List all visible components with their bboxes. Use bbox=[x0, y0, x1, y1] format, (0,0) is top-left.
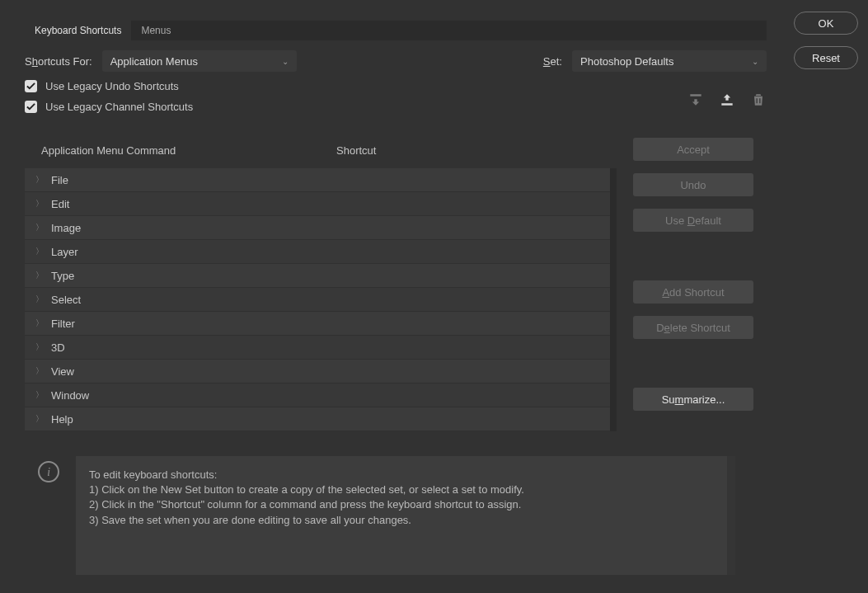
chevron-down-icon: ⌄ bbox=[752, 57, 758, 66]
chevron-right-icon: 〉 bbox=[33, 413, 46, 425]
menu-item-label: Image bbox=[51, 222, 81, 234]
delete-shortcut-button[interactable]: Delete Shortcut bbox=[633, 316, 753, 339]
chevron-right-icon: 〉 bbox=[33, 174, 46, 186]
table-row[interactable]: 〉3D bbox=[25, 336, 610, 360]
menu-item-label: Edit bbox=[51, 198, 69, 210]
scrollbar[interactable] bbox=[610, 168, 617, 431]
table-header: Application Menu Command Shortcut bbox=[25, 138, 610, 168]
menu-item-label: Filter bbox=[51, 318, 75, 330]
set-select[interactable]: Photoshop Defaults ⌄ bbox=[572, 50, 767, 72]
accept-button[interactable]: Accept bbox=[633, 138, 753, 161]
ok-button[interactable]: OK bbox=[794, 12, 858, 35]
chevron-right-icon: 〉 bbox=[33, 198, 46, 209]
set-value: Photoshop Defaults bbox=[580, 55, 673, 68]
column-command: Application Menu Command bbox=[41, 144, 336, 157]
menu-item-label: Window bbox=[51, 389, 89, 402]
tab-bar: Keyboard Shortcuts Menus bbox=[25, 21, 767, 40]
chevron-right-icon: 〉 bbox=[33, 365, 46, 377]
tab-menus[interactable]: Menus bbox=[131, 21, 181, 40]
tab-menus-label: Menus bbox=[141, 25, 171, 36]
legacy-undo-checkbox[interactable] bbox=[25, 80, 37, 92]
info-line: 2) Click in the "Shortcut" column for a … bbox=[89, 497, 714, 512]
check-icon bbox=[26, 102, 35, 111]
chevron-down-icon: ⌄ bbox=[282, 57, 289, 66]
summarize-button[interactable]: Summarize... bbox=[633, 388, 753, 411]
shortcut-table: Application Menu Command Shortcut 〉File〉… bbox=[25, 138, 610, 431]
table-row[interactable]: 〉File bbox=[25, 168, 610, 192]
table-row[interactable]: 〉Layer bbox=[25, 240, 610, 264]
shortcuts-for-value: Application Menus bbox=[110, 55, 198, 68]
accept-label: Accept bbox=[677, 144, 710, 156]
menu-item-label: File bbox=[51, 174, 68, 186]
legacy-undo-label: Use Legacy Undo Shortcuts bbox=[45, 80, 179, 92]
menu-item-label: Help bbox=[51, 413, 73, 426]
tab-keyboard-shortcuts-label: Keyboard Shortcuts bbox=[35, 25, 121, 36]
reset-button[interactable]: Reset bbox=[794, 46, 858, 69]
info-line: 1) Click on the New Set button to create… bbox=[89, 482, 714, 497]
shortcuts-for-select[interactable]: Application Menus ⌄ bbox=[102, 50, 297, 72]
save-set-icon[interactable] bbox=[719, 92, 735, 108]
menu-item-label: 3D bbox=[51, 341, 65, 354]
chevron-right-icon: 〉 bbox=[33, 270, 46, 281]
table-row[interactable]: 〉Image bbox=[25, 216, 610, 240]
undo-button[interactable]: Undo bbox=[633, 173, 753, 196]
set-label: Set: bbox=[543, 55, 562, 68]
add-shortcut-button[interactable]: Add Shortcut bbox=[633, 280, 753, 304]
table-row[interactable]: 〉Filter bbox=[25, 312, 610, 336]
info-line: To edit keyboard shortcuts: bbox=[89, 468, 714, 482]
table-row[interactable]: 〉Edit bbox=[25, 192, 610, 216]
chevron-right-icon: 〉 bbox=[33, 246, 46, 257]
undo-label: Undo bbox=[680, 179, 706, 191]
new-set-icon[interactable] bbox=[687, 92, 704, 108]
table-row[interactable]: 〉Help bbox=[25, 407, 610, 431]
ok-label: OK bbox=[819, 17, 834, 30]
table-row[interactable]: 〉View bbox=[25, 360, 610, 384]
table-row[interactable]: 〉Type bbox=[25, 264, 610, 288]
delete-set-icon[interactable] bbox=[750, 92, 767, 108]
menu-item-label: Layer bbox=[51, 246, 78, 258]
legacy-channel-checkbox[interactable] bbox=[25, 101, 37, 113]
table-row[interactable]: 〉Window bbox=[25, 384, 610, 407]
shortcuts-for-label: Shortcuts For: bbox=[25, 55, 92, 68]
reset-label: Reset bbox=[812, 52, 840, 64]
delete-shortcut-label: Delete Shortcut bbox=[656, 322, 730, 334]
use-default-button[interactable]: Use Default bbox=[633, 209, 753, 232]
tab-keyboard-shortcuts[interactable]: Keyboard Shortcuts bbox=[25, 21, 131, 40]
table-row[interactable]: 〉Select bbox=[25, 288, 610, 312]
info-text: To edit keyboard shortcuts: 1) Click on … bbox=[76, 456, 735, 575]
column-shortcut: Shortcut bbox=[336, 144, 594, 157]
chevron-right-icon: 〉 bbox=[33, 294, 46, 305]
menu-item-label: View bbox=[51, 365, 74, 378]
add-shortcut-label: Add Shortcut bbox=[662, 286, 724, 299]
summarize-label: Summarize... bbox=[662, 393, 725, 406]
check-icon bbox=[26, 82, 35, 91]
menu-item-label: Type bbox=[51, 270, 74, 282]
menu-item-label: Select bbox=[51, 294, 81, 306]
info-line: 3) Save the set when you are done editin… bbox=[89, 513, 714, 528]
chevron-right-icon: 〉 bbox=[33, 222, 46, 233]
legacy-channel-label: Use Legacy Channel Shortcuts bbox=[45, 101, 193, 113]
chevron-right-icon: 〉 bbox=[33, 389, 46, 401]
chevron-right-icon: 〉 bbox=[33, 318, 46, 329]
use-default-label: Use Default bbox=[665, 214, 721, 227]
chevron-right-icon: 〉 bbox=[33, 341, 46, 353]
info-icon: i bbox=[38, 461, 59, 482]
